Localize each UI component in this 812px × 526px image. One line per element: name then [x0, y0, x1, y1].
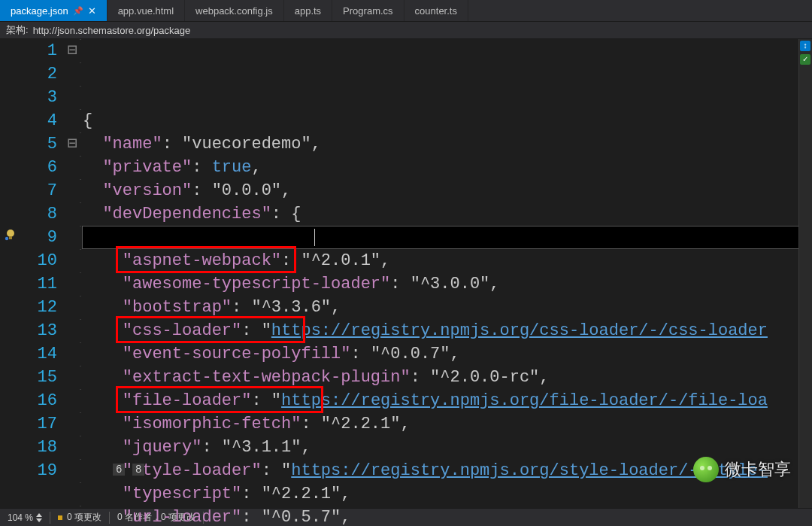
code-content[interactable]: { "name": "vuecoredemo", "private": true…: [83, 39, 812, 508]
code-line[interactable]: "aspnet-webpack": "^2.0.1",: [83, 249, 812, 272]
line-number: 2: [24, 62, 57, 86]
tab-webpack-config[interactable]: webpack.config.js: [185, 0, 284, 21]
line-number: 7: [24, 179, 57, 202]
code-token: [83, 135, 102, 154]
code-token: ,: [539, 368, 549, 387]
close-icon[interactable]: ✕: [88, 5, 96, 17]
line-number: 13: [24, 319, 57, 342]
pin-icon[interactable]: 📌: [73, 6, 83, 16]
tab-program-cs[interactable]: Program.cs: [332, 0, 404, 21]
fold-toggle-icon: [65, 412, 80, 436]
code-token: ,: [380, 251, 390, 270]
code-token: [83, 438, 123, 457]
line-number: 9: [24, 226, 57, 249]
text-caret: [314, 229, 315, 246]
json-key: "version": [102, 181, 192, 200]
json-key: "aspnet-webpack": [123, 251, 281, 270]
code-line[interactable]: "css-loader": "https://registry.npmjs.or…: [83, 319, 812, 342]
json-key: "bootstrap": [123, 298, 232, 317]
fold-toggle-icon: [65, 86, 80, 109]
code-token: ,: [331, 298, 341, 317]
line-number: 17: [24, 412, 57, 436]
overview-ruler[interactable]: ↕ ✓: [798, 39, 812, 508]
fold-toggle-icon[interactable]: ⊟: [65, 132, 80, 156]
code-token: "^3.3.6": [251, 298, 331, 317]
svg-rect-1: [9, 236, 12, 239]
code-token: "^0.0.7": [371, 345, 450, 363]
json-key: "event-source-polyfill": [123, 345, 351, 363]
code-line[interactable]: "version": "0.0.0",: [83, 179, 812, 202]
code-token: ,: [301, 438, 311, 457]
fold-toggle-icon: [65, 436, 80, 459]
ok-icon[interactable]: ✓: [800, 54, 810, 65]
fold-toggle-icon: [65, 272, 80, 296]
svg-point-0: [7, 230, 14, 237]
svg-marker-3: [36, 513, 42, 517]
fold-toggle-icon[interactable]: ⊟: [65, 39, 80, 62]
tab-label: Program.cs: [343, 5, 392, 17]
scroll-tag-left: 6: [113, 464, 125, 476]
code-editor[interactable]: 12345678910111213141516171819 ⊟⊟ { "name…: [0, 39, 812, 508]
code-token: [83, 485, 123, 503]
code-line[interactable]: "event-source-polyfill": "^0.0.7",: [83, 342, 812, 366]
code-token: "^2.0.0-rc": [430, 368, 539, 387]
json-key: "css-loader": [123, 321, 241, 340]
code-token: ,: [341, 508, 350, 526]
code-token: [83, 415, 123, 433]
code-line[interactable]: "typescript": "^2.2.1",: [83, 482, 812, 506]
url-link[interactable]: https://registry.npmjs.org/file-loader/-…: [281, 391, 768, 410]
code-token: [83, 345, 123, 363]
code-line[interactable]: "extract-text-webpack-plugin": "^2.0.0-r…: [83, 366, 812, 389]
split-icon[interactable]: ↕: [800, 41, 810, 51]
tab-app-vue-html[interactable]: app.vue.html: [108, 0, 185, 21]
code-token: [83, 321, 123, 340]
line-number: 18: [24, 436, 57, 459]
code-line[interactable]: "bootstrap": "^3.3.6",: [83, 296, 812, 319]
fold-toggle-icon: [65, 179, 80, 202]
code-line[interactable]: {: [83, 109, 812, 132]
tab-label: webpack.config.js: [195, 5, 273, 17]
code-token: true: [212, 158, 252, 177]
fold-toggle-icon: [65, 156, 80, 179]
schema-url[interactable]: http://json.schemastore.org/package: [33, 25, 191, 36]
lightbulb-icon[interactable]: [5, 229, 17, 241]
code-token: :: [350, 345, 370, 363]
code-token: ": [262, 321, 271, 340]
code-line[interactable]: "isomorphic-fetch": "^2.2.1",: [83, 412, 812, 436]
code-token: :: [201, 438, 221, 457]
url-link[interactable]: https://registry.npmjs.org/css-loader/-/…: [271, 321, 768, 340]
line-number: 14: [24, 342, 57, 366]
code-line[interactable]: "file-loader": "https://registry.npmjs.o…: [83, 389, 812, 412]
zoom-value: 104 %: [8, 512, 33, 523]
code-token: "^2.0.1": [301, 251, 380, 270]
code-token: "^2.2.1": [262, 485, 341, 503]
scroll-tag-right: 8: [132, 464, 144, 476]
code-token: :: [192, 181, 211, 200]
tab-counter-ts[interactable]: counter.ts: [404, 0, 468, 21]
code-line[interactable]: "awesome-typescript-loader": "^3.0.0",: [83, 272, 812, 296]
line-number: 10: [24, 249, 57, 272]
tab-label: package.json: [11, 5, 68, 17]
code-token: ,: [311, 135, 321, 154]
tab-package-json[interactable]: package.json 📌 ✕: [0, 0, 108, 21]
code-token: :: [390, 275, 410, 293]
code-token: :: [411, 368, 430, 387]
code-token: : {: [271, 205, 301, 223]
indent-guide: [80, 39, 81, 508]
tab-app-ts[interactable]: app.ts: [284, 0, 332, 21]
code-token: :: [241, 508, 261, 526]
fold-toggle-icon: [65, 62, 80, 86]
change-marker-icon: [58, 515, 62, 520]
code-line[interactable]: "url-loader": "^0.5.7",: [83, 506, 812, 526]
code-token: [83, 275, 123, 293]
margin-marks: [0, 39, 24, 508]
zoom-stepper-icon[interactable]: [36, 513, 42, 522]
fold-toggle-icon: [65, 202, 80, 226]
code-token: [83, 368, 123, 387]
code-line[interactable]: "name": "vuecoredemo",: [83, 132, 812, 156]
code-line[interactable]: "jquery": "^3.1.1",: [83, 436, 812, 459]
code-line[interactable]: "devDependencies": {: [83, 202, 812, 226]
tab-label: app.vue.html: [118, 5, 174, 17]
zoom-level[interactable]: 104 %: [0, 512, 50, 523]
code-line[interactable]: "private": true,: [83, 156, 812, 179]
